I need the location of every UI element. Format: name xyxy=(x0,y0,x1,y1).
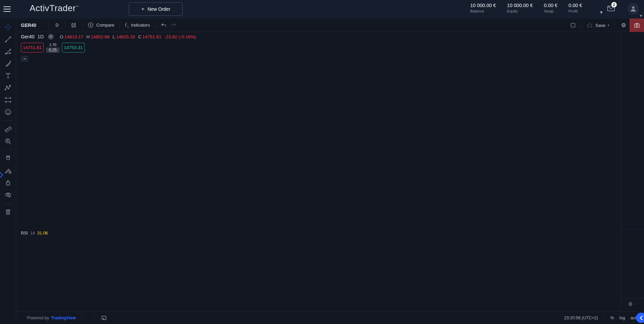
save-button[interactable]: Save ▾ xyxy=(584,22,611,28)
account-stat: 0.00 €Swap xyxy=(544,3,557,13)
chevron-down-icon[interactable]: ▾ xyxy=(600,9,603,15)
timeframe-button[interactable]: D xyxy=(52,23,62,28)
layout-select-button[interactable] xyxy=(568,22,578,28)
stat-label: Balance xyxy=(470,9,496,13)
stat-label: Profit xyxy=(569,9,582,13)
timezone-gear-icon[interactable]: ⚙ xyxy=(628,301,633,307)
magnet-tool[interactable] xyxy=(2,153,14,164)
indicators-button[interactable]: ƒx Indicators xyxy=(123,22,152,28)
xabcd-pattern-tool[interactable] xyxy=(2,82,14,94)
hide-all-drawings-icon xyxy=(4,191,12,199)
undo-icon xyxy=(160,22,166,28)
chart-toolbar: GER40 D Compare ƒx Indicators xyxy=(16,19,644,32)
app-logo: ActivTrader™ xyxy=(30,3,79,13)
brush-tool[interactable] xyxy=(2,58,14,69)
account-stat: 10 000.00 €Equity xyxy=(507,3,533,13)
new-order-button[interactable]: + New Order xyxy=(129,2,183,16)
lock-all-drawings-icon xyxy=(4,179,12,186)
tradingview-link[interactable]: TradingView xyxy=(51,316,76,320)
price-axis[interactable]: ⚙ xyxy=(620,32,644,312)
new-order-label: New Order xyxy=(148,6,171,12)
magnet-icon xyxy=(4,155,12,162)
account-stat: 10 000.00 €Balance xyxy=(470,3,496,13)
save-label: Save xyxy=(596,23,606,28)
xabcd-pattern-icon xyxy=(4,84,12,92)
powered-by-label: Powered by xyxy=(27,316,49,320)
go-to-date-icon[interactable] xyxy=(101,315,107,321)
gann-fib-tools-tool[interactable] xyxy=(2,46,14,57)
chevron-down-icon[interactable]: ▾ xyxy=(640,13,642,18)
spread-indicator: 1.70 0.25 xyxy=(45,43,60,53)
redo-button[interactable] xyxy=(168,22,179,28)
change-value: -23.82 (-0.16%) xyxy=(164,34,196,39)
emoji-tool[interactable] xyxy=(2,106,14,118)
drawing-lock-tool[interactable] xyxy=(2,165,14,176)
camera-icon xyxy=(634,22,640,29)
buy-button[interactable]: 14753.31 xyxy=(62,43,85,52)
log-scale-button[interactable]: log xyxy=(619,316,625,320)
ruler-icon xyxy=(4,125,12,133)
crosshair-tool[interactable] xyxy=(2,22,14,33)
mail-icon[interactable]: 2 xyxy=(607,4,615,12)
chart-area: Ger40 1D − O14813.17 H14852.66 L14625.33… xyxy=(16,32,620,312)
percent-scale-button[interactable]: % xyxy=(610,316,614,320)
stat-value: 10 000.00 € xyxy=(470,3,496,8)
bottombar: Powered by TradingView 23:20:56 (UTC+2) … xyxy=(16,312,644,324)
account-stats: 10 000.00 €Balance10 000.00 €Equity0.00 … xyxy=(470,3,582,13)
collapse-indicators-button[interactable] xyxy=(21,56,28,62)
toolbar-divider xyxy=(3,120,13,121)
candles-icon xyxy=(70,22,77,29)
screenshot-button[interactable] xyxy=(630,19,644,32)
legend-symbol[interactable]: Ger40 xyxy=(21,34,34,39)
legend-interval: 1D xyxy=(37,34,44,39)
fx-icon: ƒx xyxy=(125,22,129,28)
indicators-label: Indicators xyxy=(131,23,150,28)
chart-style-button[interactable] xyxy=(68,22,79,29)
remove-all-drawings-tool[interactable] xyxy=(2,206,14,218)
topbar: ActivTrader™ + New Order 10 000.00 €Bala… xyxy=(0,0,644,19)
menu-icon[interactable] xyxy=(3,5,11,13)
mail-badge: 2 xyxy=(611,2,617,7)
remove-all-drawings-icon xyxy=(4,208,12,216)
forecast-icon xyxy=(4,96,12,104)
text-tool-icon xyxy=(4,72,12,79)
trend-line-tool[interactable] xyxy=(2,34,14,45)
stat-label: Swap xyxy=(544,9,557,13)
hide-all-drawings-tool[interactable] xyxy=(2,189,14,201)
toolbar-divider xyxy=(3,203,13,204)
forecast-tool[interactable] xyxy=(2,94,14,106)
chart-canvas[interactable] xyxy=(16,32,620,312)
symbol-button[interactable]: GER40 xyxy=(16,23,46,28)
lock-all-drawings-tool[interactable] xyxy=(2,177,14,188)
redo-icon xyxy=(171,22,177,28)
brush-icon xyxy=(4,60,12,67)
undo-button[interactable] xyxy=(158,22,168,28)
sell-button[interactable]: 14751.61 xyxy=(21,43,44,52)
compare-button[interactable]: Compare xyxy=(85,22,116,28)
ohlc-values: O14813.17 H14852.66 L14625.33 C14751.61 … xyxy=(60,34,196,39)
panel-expand-icon[interactable] xyxy=(0,170,4,180)
gann-fib-tools-icon xyxy=(4,48,12,55)
zoom-in-icon xyxy=(4,138,12,145)
zoom-in-tool[interactable] xyxy=(2,136,14,147)
rsi-legend[interactable]: RSI 14 31.06 xyxy=(21,231,48,236)
chart-legend: Ger40 1D − O14813.17 H14852.66 L14625.33… xyxy=(21,34,196,62)
plus-icon: + xyxy=(141,6,145,12)
collapse-panel-icon[interactable] xyxy=(636,313,644,323)
stat-value: 10 000.00 € xyxy=(507,3,533,8)
emoji-icon xyxy=(4,108,12,116)
account-stat: 0.00 €Profit xyxy=(569,3,582,13)
trend-line-icon xyxy=(4,36,12,43)
text-tool-tool[interactable] xyxy=(2,70,14,81)
collapse-legend-button[interactable]: − xyxy=(48,34,53,39)
clock[interactable]: 23:20:56 (UTC+2) xyxy=(564,316,598,320)
ruler-tool[interactable] xyxy=(2,123,14,135)
drawing-lock-icon xyxy=(4,167,12,174)
cloud-icon xyxy=(586,22,593,28)
avatar[interactable] xyxy=(628,3,639,14)
settings-gear-icon[interactable]: ⚙ xyxy=(618,22,630,29)
chevron-down-icon: ▾ xyxy=(608,24,609,27)
stat-value: 0.00 € xyxy=(544,3,557,8)
layout-icon xyxy=(570,22,576,28)
stat-value: 0.00 € xyxy=(569,3,582,8)
